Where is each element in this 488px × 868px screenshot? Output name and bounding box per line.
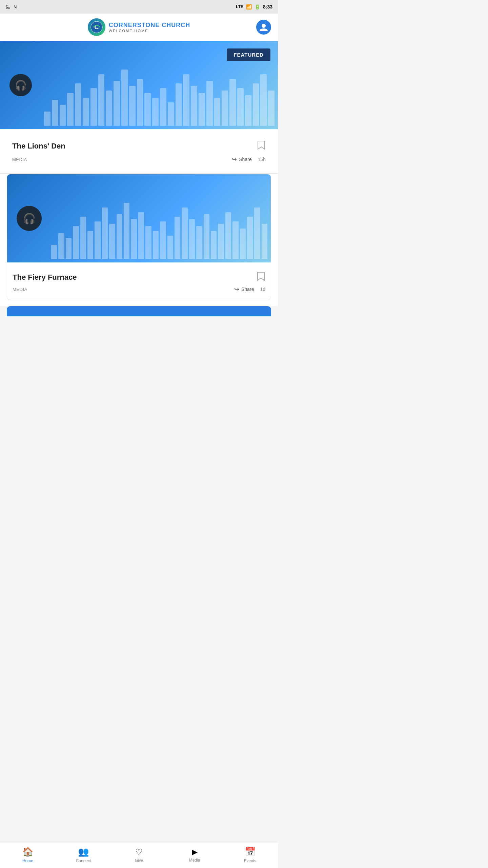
first-post-tag: MEDIA	[12, 157, 27, 162]
battery-icon: 🔋	[255, 4, 260, 9]
second-post-time: 1d	[260, 287, 265, 292]
first-post-time: 15h	[258, 157, 266, 162]
second-post-share-label: Share	[241, 287, 254, 292]
second-post-actions: ↪ Share 1d	[234, 285, 265, 293]
second-card-banner[interactable]: 🎧	[7, 174, 271, 262]
first-post-meta: MEDIA ↪ Share 15h	[7, 154, 271, 168]
first-post-bookmark[interactable]	[257, 140, 266, 152]
second-post-tag: MEDIA	[13, 287, 27, 292]
waveform-visual-2	[48, 195, 271, 262]
share-icon: ↪	[232, 156, 237, 163]
first-post-share[interactable]: ↪ Share	[232, 156, 251, 163]
svg-text:C: C	[94, 24, 99, 31]
first-post-card: The Lions' Den MEDIA ↪ Share 15h	[0, 129, 278, 174]
app-title: CORNERSTONE CHURCH	[109, 22, 190, 29]
first-post-share-label: Share	[239, 157, 251, 162]
status-bar: 🗂 N LTE 📶 🔋 8:33	[0, 0, 278, 14]
featured-badge: FEATURED	[227, 48, 270, 61]
main-content: FEATURED 🎧 The Lions' Den MEDIA ↪ Share …	[0, 41, 278, 357]
header-logo: C CORNERSTONE CHURCH WELCOME HOME	[88, 18, 190, 36]
lte-icon: LTE	[236, 4, 243, 9]
first-post-title: The Lions' Den	[12, 142, 65, 151]
notification-icon: N	[14, 4, 17, 9]
svg-point-2	[262, 24, 266, 28]
second-post-meta: MEDIA ↪ Share 1d	[13, 285, 265, 295]
second-post-share[interactable]: ↪ Share	[234, 285, 254, 293]
second-post-bookmark[interactable]	[257, 271, 265, 283]
second-post-title-row: The Fiery Furnace	[13, 268, 265, 285]
first-post-actions: ↪ Share 15h	[232, 156, 266, 163]
sim-card-icon: 🗂	[5, 4, 11, 10]
second-post-title: The Fiery Furnace	[13, 273, 77, 282]
app-header: C CORNERSTONE CHURCH WELCOME HOME	[0, 14, 278, 41]
featured-banner[interactable]: FEATURED 🎧	[0, 41, 278, 129]
second-card-content: The Fiery Furnace MEDIA ↪ Share	[7, 262, 271, 300]
second-card-wrapper: 🎧 The Fiery Furnace MEDIA	[7, 174, 271, 300]
second-post-card: 🎧 The Fiery Furnace MEDIA	[0, 174, 278, 306]
user-avatar[interactable]	[256, 20, 271, 35]
time-display: 8:33	[263, 4, 272, 9]
share-icon-2: ↪	[234, 285, 239, 293]
signal-icon: 📶	[246, 4, 252, 9]
first-post-title-row: The Lions' Den	[7, 135, 271, 154]
status-bar-left: 🗂 N	[5, 4, 17, 10]
headphone-icon: 🎧	[9, 74, 32, 96]
status-bar-right: LTE 📶 🔋 8:33	[236, 4, 272, 9]
logo-icon: C	[88, 18, 105, 36]
waveform-visual	[41, 61, 278, 129]
second-headphone-icon: 🎧	[17, 206, 42, 231]
third-card-peek	[7, 306, 271, 316]
header-text: CORNERSTONE CHURCH WELCOME HOME	[109, 22, 190, 33]
app-tagline: WELCOME HOME	[109, 29, 148, 33]
